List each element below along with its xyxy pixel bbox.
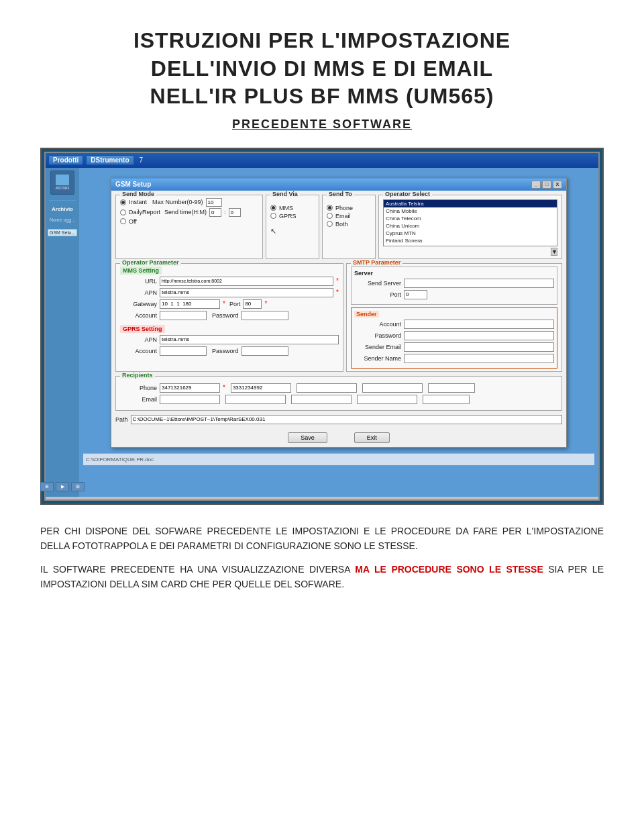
phone-radio-row: Phone — [327, 205, 371, 211]
close-button[interactable]: X — [553, 181, 562, 189]
body-text: PER CHI DISPONE DEL SOFWARE PRECEDENTE L… — [40, 524, 604, 592]
paragraph-1: PER CHI DISPONE DEL SOFWARE PRECEDENTE L… — [40, 524, 604, 554]
send-server-row: Send Server — [354, 279, 554, 288]
port-input[interactable] — [243, 299, 262, 309]
email-input-3[interactable] — [291, 395, 352, 404]
phone-input-2[interactable] — [231, 383, 291, 393]
smtp-password-row: Password — [354, 331, 554, 340]
phone-input-3[interactable] — [297, 383, 357, 393]
server-label: Server — [354, 270, 373, 277]
gprs-apn-row: APN — [120, 335, 339, 344]
both-radio[interactable] — [327, 221, 333, 227]
apn-row: APN * — [120, 288, 339, 297]
paragraph-2-red: MA LE PROCEDURE SONO LE STESSE — [355, 564, 543, 575]
taskbar-btn-dstrumento[interactable]: DStrumento — [86, 155, 133, 165]
email-radio[interactable] — [327, 213, 333, 219]
operator-item-finland[interactable]: Finland Sonera — [384, 237, 557, 244]
operator-select-panel: Operator Select Australia Telstra China … — [378, 195, 562, 259]
operator-list[interactable]: Australia Telstra China Mobile China Tel… — [383, 199, 557, 246]
save-button[interactable]: Save — [288, 432, 327, 443]
taskbar-bottom: ⊕ ▶ ⊞ — [40, 482, 85, 494]
url-label: URL — [120, 278, 157, 285]
smtp-account-label: Account — [354, 321, 401, 328]
path-input[interactable] — [131, 415, 562, 424]
account-input[interactable] — [160, 311, 207, 320]
phone-input-1[interactable] — [160, 383, 220, 393]
taskbar: Prodotti DStrumento 7 — [46, 153, 598, 168]
gprs-radio-row: GPRS — [270, 213, 315, 220]
send-server-input[interactable] — [404, 279, 554, 288]
operator-item-china-unicom[interactable]: China Unicom — [384, 222, 557, 230]
bottom-path-label: C:\\DIFORMATIQUE.FR.doc — [86, 456, 154, 463]
send-time-h-input[interactable] — [209, 208, 221, 217]
dialog-title-bar: GSM Setup _ □ X — [111, 179, 566, 191]
email-input-2[interactable] — [225, 395, 286, 404]
smtp-port-row: Port — [354, 290, 554, 299]
smtp-param-panel: SMTP Parameter Server Send Server Port — [346, 263, 562, 372]
gsm-setup-dialog: GSM Setup _ □ X Send Mode — [111, 177, 567, 448]
sender-name-row: Sender Name — [354, 354, 554, 363]
gprs-setting-label: GPRS Setting — [120, 325, 165, 333]
operator-item-china-telecom[interactable]: China Telecom — [384, 215, 557, 222]
page-title: ISTRUZIONI PER L'IMPOSTAZIONE DELL'INVIO… — [40, 27, 604, 111]
both-radio-row: Both — [327, 221, 371, 228]
archivio-nav[interactable]: Archivio — [52, 206, 73, 212]
gprs-apn-input[interactable] — [160, 335, 339, 344]
maximize-button[interactable]: □ — [542, 181, 551, 189]
gprs-radio[interactable] — [270, 213, 276, 219]
gprs-password-label: Password — [212, 348, 239, 354]
email-input-4[interactable] — [357, 395, 417, 404]
taskbar-left-icon[interactable]: ⊕ — [40, 482, 54, 491]
phone-input-4[interactable] — [362, 383, 423, 393]
send-time-m-input[interactable] — [229, 208, 241, 217]
operator-item-china-mobile[interactable]: China Mobile — [384, 207, 557, 215]
gateway-row: Gateway * Port * — [120, 299, 339, 309]
smtp-password-input[interactable] — [404, 331, 554, 340]
account-row: Account Password — [120, 311, 339, 320]
screenshot-image: Prodotti DStrumento 7 ASTRO Archivio Nom… — [40, 148, 604, 505]
gsm-setup-nav[interactable]: GSM Setu... — [48, 229, 77, 236]
operator-scrollbar[interactable]: ▼ — [551, 248, 557, 256]
off-radio[interactable] — [120, 218, 126, 224]
max-number-label: Max Number(0-99) — [152, 199, 203, 205]
daily-radio[interactable] — [120, 209, 126, 215]
mms-radio[interactable] — [270, 205, 276, 211]
phone-input-5[interactable] — [428, 383, 475, 393]
path-label: Path — [115, 416, 128, 423]
email-radio-row: Email — [327, 213, 371, 220]
mms-setting-label: MMS Setting — [120, 267, 162, 275]
paragraph-2: IL SOFTWARE PRECEDENTE HA UNA VISUALIZZA… — [40, 562, 604, 592]
instant-radio[interactable] — [120, 199, 126, 205]
off-radio-row: Off — [120, 218, 258, 225]
nome-ogg-nav[interactable]: Nome ogg... — [50, 218, 75, 222]
middle-panels: Operator Parameter MMS Setting URL * APN — [115, 263, 562, 372]
gprs-account-input[interactable] — [160, 346, 207, 356]
apn-input[interactable] — [160, 288, 333, 297]
password-input[interactable] — [241, 311, 288, 320]
smtp-port-input[interactable] — [404, 290, 427, 299]
sender-label: Sender — [354, 311, 379, 318]
sender-name-input[interactable] — [404, 354, 554, 363]
send-to-label: Send To — [327, 191, 354, 197]
email-input-5[interactable] — [423, 395, 470, 404]
smtp-account-input[interactable] — [404, 320, 554, 329]
taskbar-btn-prodotti[interactable]: Prodotti — [48, 155, 83, 165]
send-server-label: Send Server — [354, 280, 401, 287]
url-input[interactable] — [160, 277, 333, 286]
taskbar-right-icon[interactable]: ▶ — [56, 482, 69, 491]
exit-button[interactable]: Exit — [354, 432, 390, 443]
subtitle: PRECEDENTE SOFTWARE — [40, 117, 604, 132]
operator-item-cyprus[interactable]: Cyprus MTN — [384, 230, 557, 237]
operator-item-telstra[interactable]: Australia Telstra — [384, 200, 557, 207]
email-input-1[interactable] — [160, 395, 220, 404]
gateway-input[interactable] — [160, 299, 220, 309]
sidebar-icons: ASTRO Archivio Nome ogg... GSM Setu... ⊕… — [46, 168, 79, 497]
instant-radio-row: Instant Max Number(0-99) — [120, 198, 258, 207]
gprs-password-input[interactable] — [241, 346, 288, 356]
recipients-panel: Recipients Phone * Ema — [115, 376, 562, 411]
send-via-panel: Send Via MMS GPRS ↖ — [266, 195, 319, 259]
sender-email-input[interactable] — [404, 342, 554, 352]
phone-radio[interactable] — [327, 205, 333, 211]
max-number-input[interactable] — [206, 198, 222, 207]
minimize-button[interactable]: _ — [531, 181, 541, 189]
